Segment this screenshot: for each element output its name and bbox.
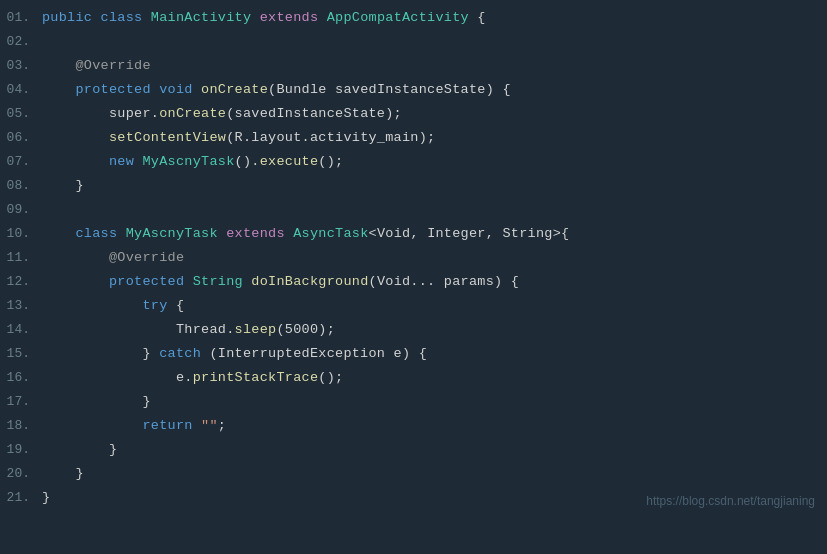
code-content: } [42,462,84,486]
code-token: super. [42,106,159,121]
code-token: (InterruptedException e) { [209,346,427,361]
code-editor: 01.public class MainActivity extends App… [0,0,827,516]
code-token [42,250,109,265]
code-line: 07. new MyAscnyTask().execute(); [0,150,827,174]
code-line: 02. [0,30,827,54]
code-line: 13. try { [0,294,827,318]
code-token [42,82,76,97]
code-token: @Override [109,250,184,265]
code-content: try { [42,294,184,318]
code-token: <Void, Integer, String>{ [369,226,570,241]
code-token [42,418,142,433]
code-token: } [42,490,50,505]
code-line: 19. } [0,438,827,462]
code-content: super.onCreate(savedInstanceState); [42,102,402,126]
code-token [42,226,76,241]
code-token: class [76,226,126,241]
code-content: } [42,486,50,510]
code-token: protected [76,82,160,97]
code-token [42,298,142,313]
code-line: 01.public class MainActivity extends App… [0,6,827,30]
code-content: @Override [42,246,184,270]
line-number: 10. [0,222,42,246]
code-line: 18. return ""; [0,414,827,438]
code-line: 08. } [0,174,827,198]
code-token: AsyncTask [293,226,368,241]
line-number: 02. [0,30,42,54]
code-line: 14. Thread.sleep(5000); [0,318,827,342]
code-token: extends [260,10,327,25]
code-token: printStackTrace [193,370,319,385]
code-line: 06. setContentView(R.layout.activity_mai… [0,126,827,150]
code-content: protected String doInBackground(Void... … [42,270,519,294]
code-token: sleep [235,322,277,337]
code-token: } [42,394,151,409]
code-token: protected [109,274,193,289]
code-line: 20. } [0,462,827,486]
code-token [42,154,109,169]
code-line: 15. } catch (InterruptedException e) { [0,342,827,366]
code-token: @Override [76,58,151,73]
code-content: return ""; [42,414,226,438]
line-number: 05. [0,102,42,126]
code-token: (Void... params) { [369,274,520,289]
code-content: } [42,438,117,462]
code-token: extends [226,226,293,241]
code-token: catch [159,346,209,361]
code-token: MyAscnyTask [126,226,226,241]
watermark: https://blog.csdn.net/tangjianing [646,494,815,508]
code-content: e.printStackTrace(); [42,366,343,390]
code-token: return [142,418,201,433]
line-number: 20. [0,462,42,486]
code-token [42,130,109,145]
code-token: MyAscnyTask [142,154,234,169]
line-number: 14. [0,318,42,342]
code-content: @Override [42,54,151,78]
code-token: (Bundle savedInstanceState) { [268,82,511,97]
line-number: 18. [0,414,42,438]
code-token: class [101,10,151,25]
line-number: 19. [0,438,42,462]
code-content: } [42,390,151,414]
code-line: 17. } [0,390,827,414]
code-token: "" [201,418,218,433]
line-number: 21. [0,486,42,510]
code-token: (); [318,154,343,169]
line-number: 07. [0,150,42,174]
code-content: protected void onCreate(Bundle savedInst… [42,78,511,102]
line-number: 11. [0,246,42,270]
code-content: public class MainActivity extends AppCom… [42,6,486,30]
code-token: e. [42,370,193,385]
code-line: 03. @Override [0,54,827,78]
line-number: 13. [0,294,42,318]
code-token: new [109,154,143,169]
code-line: 11. @Override [0,246,827,270]
code-content: } catch (InterruptedException e) { [42,342,427,366]
code-token: ; [218,418,226,433]
code-token: String [193,274,252,289]
code-content: } [42,174,84,198]
code-line: 10. class MyAscnyTask extends AsyncTask<… [0,222,827,246]
code-token: execute [260,154,319,169]
code-token: onCreate [201,82,268,97]
code-token: } [42,442,117,457]
code-token: } [42,346,159,361]
line-number: 08. [0,174,42,198]
code-token: (R.layout.activity_main); [226,130,435,145]
code-token: Thread. [42,322,235,337]
code-content: setContentView(R.layout.activity_main); [42,126,435,150]
code-token: { [176,298,184,313]
code-token: (5000); [276,322,335,337]
code-line: 12. protected String doInBackground(Void… [0,270,827,294]
code-token: onCreate [159,106,226,121]
code-token [42,58,76,73]
line-number: 15. [0,342,42,366]
code-token: void [159,82,201,97]
code-line: 16. e.printStackTrace(); [0,366,827,390]
code-token: MainActivity [151,10,260,25]
code-line: 04. protected void onCreate(Bundle saved… [0,78,827,102]
code-token: public [42,10,101,25]
line-number: 17. [0,390,42,414]
code-token [42,274,109,289]
code-token: try [142,298,176,313]
